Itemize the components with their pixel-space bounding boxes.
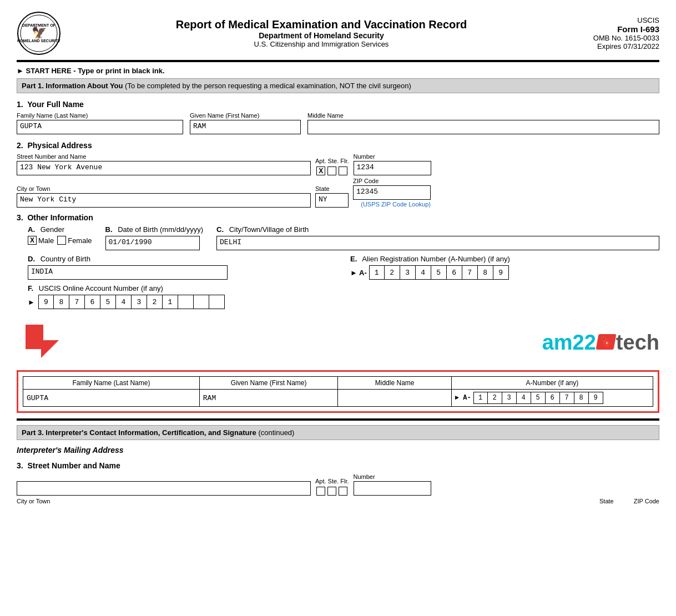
gender-label-a: A. (28, 225, 35, 234)
footer-a-digit-9[interactable]: 9 (589, 392, 603, 404)
part3-street-input[interactable] (17, 481, 311, 496)
part3-ste-checkbox[interactable] (327, 487, 336, 496)
expires: Expires 07/31/2022 (571, 42, 659, 51)
am22tech-brand: am22🔖tech (542, 331, 659, 355)
apt-label: Apt. Ste. Flr. (315, 158, 349, 164)
footer-col4-header: A-Number (if any) (451, 377, 653, 390)
family-name-field: Family Name (Last Name) GUPTA (17, 112, 183, 134)
a-digit-3[interactable]: 3 (400, 265, 416, 280)
start-here-instruction: ► START HERE - Type or print in black in… (17, 67, 659, 75)
a-digit-5[interactable]: 5 (431, 265, 447, 280)
apt-checkbox[interactable]: X (316, 166, 325, 175)
footer-a-digit-3[interactable]: 3 (502, 392, 517, 404)
country-birth-input[interactable]: INDIA (28, 265, 228, 280)
form-header: DEPARTMENT OF HOMELAND SECURITY 🦅 Report… (17, 11, 659, 55)
acc-extra-1[interactable] (178, 295, 194, 309)
acc-digit-8[interactable]: 2 (147, 295, 163, 309)
flr-checkbox[interactable] (339, 166, 347, 175)
apt-number-field: Number 1234 (354, 153, 431, 175)
online-account-boxes: 9 8 7 6 5 4 3 2 1 (38, 295, 225, 309)
part1-subtitle: (To be completed by the person requestin… (123, 82, 411, 90)
ste-checkbox[interactable] (327, 166, 336, 175)
footer-a-digit-8[interactable]: 8 (574, 392, 589, 404)
dob-input[interactable]: 01/01/1990 (105, 236, 200, 250)
female-label: Female (68, 236, 92, 245)
part1-header: Part 1. Information About You (To be com… (17, 78, 659, 93)
a-digit-8[interactable]: 8 (478, 265, 493, 280)
acc-extra-3[interactable] (209, 295, 225, 309)
footer-a-digit-5[interactable]: 5 (531, 392, 546, 404)
footer-col2-header: Given Name (First Name) (199, 377, 338, 390)
zip-field: ZIP Code 12345 (USPS ZIP Code Lookup) (353, 178, 431, 208)
svg-text:HOMELAND SECURITY: HOMELAND SECURITY (17, 39, 60, 43)
city-row: City or Town New York City State NY ZIP … (17, 178, 659, 208)
footer-middle-value (338, 390, 451, 407)
gender-title: Gender (41, 225, 64, 234)
footer-a-digit-6[interactable]: 6 (546, 392, 560, 404)
part3-street-field (17, 481, 311, 496)
family-name-input[interactable]: GUPTA (17, 120, 183, 134)
part3-number-input[interactable] (354, 481, 431, 496)
alien-number-boxes: 1 2 3 4 5 6 7 8 9 (369, 265, 509, 280)
part3-title: Part 3. Interpreter's Contact Informatio… (22, 428, 256, 437)
female-checkbox[interactable] (57, 236, 66, 245)
a-digit-2[interactable]: 2 (385, 265, 400, 280)
row-abc: A. Gender X Male Female B. Date of Birth… (28, 225, 659, 250)
acc-digit-4[interactable]: 6 (85, 295, 100, 309)
part3-city-label: City or Town (17, 498, 50, 504)
row-de: D. Country of Birth INDIA E. Alien Regis… (28, 255, 659, 280)
red-arrow-area (17, 320, 61, 365)
a-digit-9[interactable]: 9 (493, 265, 509, 280)
acc-digit-7[interactable]: 3 (132, 295, 147, 309)
usps-link[interactable]: (USPS ZIP Code Lookup) (353, 201, 431, 208)
city-birth-input[interactable]: DELHI (216, 236, 659, 250)
alien-prefix: ► A- (350, 269, 367, 277)
given-name-input[interactable]: RAM (190, 120, 301, 134)
middle-name-label: Middle Name (307, 112, 659, 119)
part3-header: Part 3. Interpreter's Contact Informatio… (17, 425, 659, 440)
part3-suffix: (continued) (256, 428, 295, 437)
footer-col3-header: Middle Name (338, 377, 451, 390)
zip-label: ZIP Code (353, 178, 431, 184)
part3-street-row: Apt. Ste. Flr. Number (17, 473, 659, 496)
apt-number-input[interactable]: 1234 (354, 161, 431, 175)
part3-apt-label: Apt. Ste. Flr. (315, 478, 349, 484)
zip-input[interactable]: 12345 (353, 185, 431, 200)
footer-a-digit-4[interactable]: 4 (517, 392, 531, 404)
male-checkbox[interactable]: X (28, 236, 37, 245)
state-input[interactable]: NY (315, 193, 349, 208)
acc-extra-2[interactable] (194, 295, 209, 309)
a-digit-1[interactable]: 1 (369, 265, 385, 280)
part3-number-field: Number (354, 473, 431, 496)
part3-flr-checkbox[interactable] (339, 487, 347, 496)
middle-name-input[interactable] (307, 120, 659, 134)
footer-a-digit-2[interactable]: 2 (488, 392, 502, 404)
a-digit-4[interactable]: 4 (416, 265, 431, 280)
online-label-f: F. (28, 284, 33, 292)
acc-digit-6[interactable]: 4 (116, 295, 132, 309)
mailing-address-label: Interpreter's Mailing Address (17, 446, 659, 455)
family-name-label: Family Name (Last Name) (17, 112, 183, 119)
city-input[interactable]: New York City (17, 193, 311, 208)
acc-digit-1[interactable]: 9 (38, 295, 54, 309)
a-digit-6[interactable]: 6 (447, 265, 462, 280)
alien-label-e: E. (350, 255, 357, 263)
part3-apt-group: Apt. Ste. Flr. (315, 478, 349, 496)
alien-title: Alien Registration Number (A-Number) (if… (362, 255, 510, 263)
section3-label: 3. Other Information (17, 213, 659, 222)
am22-text: am22🔖tech (542, 331, 659, 355)
footer-col1-header: Family Name (Last Name) (23, 377, 200, 390)
acc-digit-2[interactable]: 8 (54, 295, 69, 309)
dob-label-b: B. (105, 225, 113, 234)
street-input[interactable]: 123 New York Avenue (17, 161, 311, 175)
acc-digit-9[interactable]: 1 (163, 295, 178, 309)
acc-digit-3[interactable]: 7 (69, 295, 85, 309)
a-digit-7[interactable]: 7 (462, 265, 478, 280)
given-name-label: Given Name (First Name) (190, 112, 301, 119)
online-prefix: ► (28, 298, 35, 306)
footer-a-digit-7[interactable]: 7 (560, 392, 574, 404)
part3-apt-checkbox[interactable] (316, 487, 325, 496)
country-birth-title: Country of Birth (41, 255, 90, 263)
acc-digit-5[interactable]: 5 (100, 295, 116, 309)
footer-a-digit-1[interactable]: 1 (473, 392, 488, 404)
